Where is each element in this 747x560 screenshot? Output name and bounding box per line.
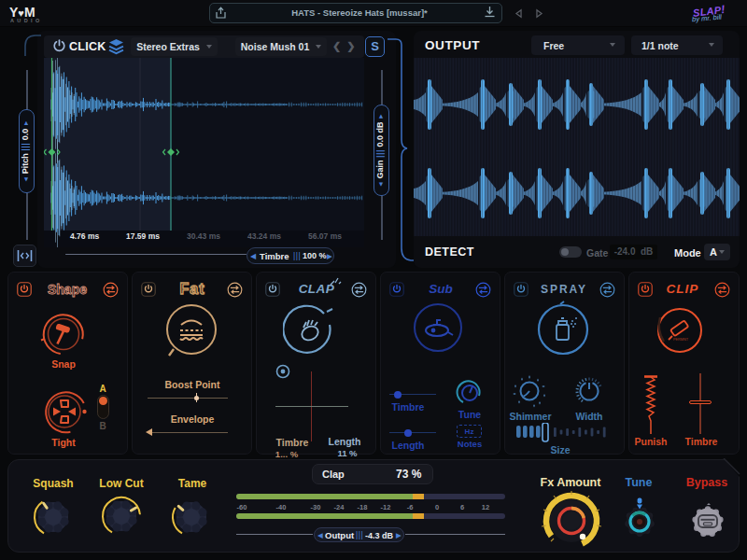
svg-text:PERMNT: PERMNT (673, 338, 689, 342)
svg-text:43.24 ms: 43.24 ms (247, 231, 281, 241)
svg-text:4.76 ms: 4.76 ms (70, 231, 99, 241)
svg-text:30.43 ms: 30.43 ms (187, 231, 220, 241)
svg-text:17.59 ms: 17.59 ms (126, 231, 160, 241)
svg-text:56.07 ms: 56.07 ms (308, 231, 342, 241)
